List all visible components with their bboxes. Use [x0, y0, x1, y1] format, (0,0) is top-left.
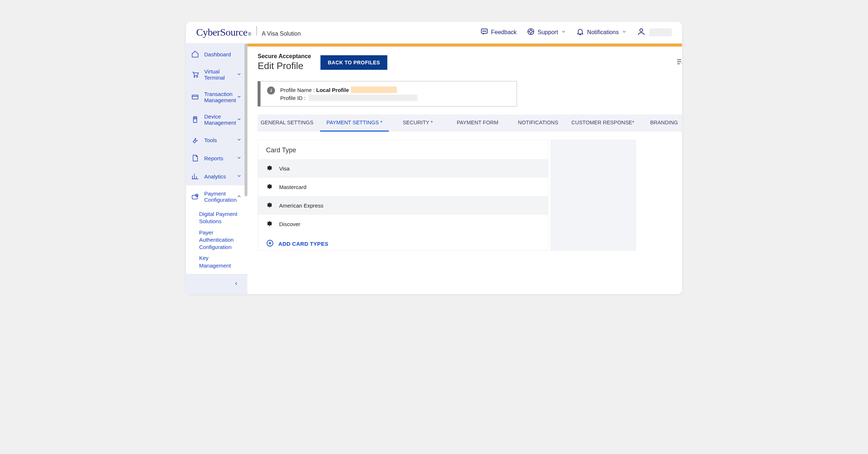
card-row-amex[interactable]: American Express: [258, 196, 548, 215]
sidebar-item-tools[interactable]: Tools: [186, 131, 247, 149]
bar-chart-icon: [191, 172, 199, 180]
chevron-up-icon: [237, 194, 242, 200]
wrench-icon: [191, 136, 199, 144]
device-icon: [191, 116, 199, 124]
back-to-profiles-button[interactable]: BACK TO PROFILES: [320, 55, 387, 70]
card-type-heading: Card Type: [258, 140, 548, 159]
tab-payment-form[interactable]: PAYMENT FORM: [450, 114, 505, 132]
card-label: Discover: [279, 221, 300, 227]
panel-row: Card Type Visa Mastercard American Expre…: [258, 140, 682, 251]
sidebar-item-analytics[interactable]: Analytics: [186, 167, 247, 185]
sidebar-item-virtual-terminal[interactable]: Virtual Terminal: [186, 63, 247, 86]
aside-panel: [550, 140, 636, 251]
add-card-label: ADD CARD TYPES: [278, 241, 328, 247]
card-icon: [191, 93, 199, 101]
gear-icon: [266, 201, 273, 210]
sidebar-item-payment-configuration[interactable]: Payment Configuration: [186, 185, 247, 208]
header: CyberSource® A Visa Solution Feedback Su…: [186, 22, 682, 44]
tab-payment-settings[interactable]: PAYMENT SETTINGS *: [320, 114, 389, 132]
cart-icon: [191, 71, 199, 79]
user-name-redacted: [649, 28, 672, 36]
sidebar-item-reports[interactable]: Reports: [186, 149, 247, 167]
svg-rect-11: [194, 118, 196, 119]
notifications-dropdown[interactable]: Notifications: [576, 28, 627, 37]
svg-point-8: [197, 76, 198, 77]
sidebar-item-label: Virtual Terminal: [204, 68, 237, 81]
chevron-down-icon: [237, 94, 242, 100]
card-label: American Express: [279, 202, 323, 209]
profile-name-highlight: [351, 87, 397, 93]
logo-tagline: A Visa Solution: [262, 31, 301, 37]
info-icon: i: [267, 87, 275, 95]
card-row-discover[interactable]: Discover: [258, 215, 548, 233]
tab-general-settings[interactable]: GENERAL SETTINGS: [258, 114, 320, 132]
sidebar-item-transaction-management[interactable]: Transaction Management: [186, 86, 247, 108]
logo-text: CyberSource: [196, 27, 247, 38]
svg-point-3: [485, 31, 485, 31]
logo-block: CyberSource® A Visa Solution: [196, 26, 301, 38]
profile-name-label: Profile Name :: [280, 87, 315, 93]
sub-item-digital-payment[interactable]: Digital Payment Solutions: [186, 209, 247, 227]
add-card-types-button[interactable]: ADD CARD TYPES: [258, 233, 548, 250]
svg-point-5: [529, 30, 532, 33]
header-actions: Feedback Support Notifications: [480, 27, 672, 37]
chevron-down-icon: [561, 29, 566, 36]
sidebar-item-device-management[interactable]: Device Management: [186, 108, 247, 131]
profile-info-box: i Profile Name : Local Profile Profile I…: [258, 81, 517, 107]
chevron-left-icon: [234, 281, 239, 288]
card-row-mastercard[interactable]: Mastercard: [258, 178, 548, 196]
page-title: Edit Profile: [258, 60, 311, 72]
bell-icon: [576, 28, 584, 37]
svg-rect-9: [192, 95, 198, 99]
support-dropdown[interactable]: Support: [527, 28, 566, 37]
chevron-down-icon: [237, 155, 242, 161]
chevron-down-icon: [237, 72, 242, 78]
app-frame: CyberSource® A Visa Solution Feedback Su…: [186, 22, 682, 294]
sidebar-collapse[interactable]: [186, 274, 247, 294]
sidebar-item-label: Payment Configuration: [204, 190, 237, 203]
tab-customer-response[interactable]: CUSTOMER RESPONSE*: [565, 114, 641, 132]
card-label: Visa: [279, 165, 290, 172]
tab-notifications[interactable]: NOTIFICATIONS: [512, 114, 565, 132]
logo-divider: [257, 26, 257, 36]
chevron-down-icon: [237, 137, 242, 143]
sidebar: Dashboard Virtual Terminal Transaction M…: [186, 44, 247, 294]
sub-item-key-management[interactable]: Key Management: [186, 253, 247, 271]
notifications-label: Notifications: [587, 29, 619, 36]
gear-icon: [266, 183, 273, 191]
svg-point-6: [640, 29, 643, 32]
feedback-label: Feedback: [491, 29, 517, 36]
sub-item-payer-auth[interactable]: Payer Authentication Configuration: [186, 227, 247, 253]
config-icon: [191, 193, 199, 201]
sidebar-item-label: Analytics: [204, 173, 237, 180]
sidebar-item-label: Dashboard: [204, 51, 242, 57]
plus-circle-icon: [266, 239, 274, 248]
svg-point-2: [484, 31, 484, 31]
card-type-panel: Card Type Visa Mastercard American Expre…: [258, 140, 548, 251]
user-icon: [637, 27, 646, 37]
scrollbar[interactable]: [245, 44, 247, 196]
user-menu[interactable]: [637, 27, 672, 37]
nav: Dashboard Virtual Terminal Transaction M…: [186, 44, 247, 274]
sidebar-item-dashboard[interactable]: Dashboard: [186, 45, 247, 63]
profile-name-value: Local Profile: [316, 87, 349, 93]
chevron-down-icon: [237, 117, 242, 123]
sidebar-subnav: Digital Payment Solutions Payer Authenti…: [186, 208, 247, 274]
home-icon: [191, 50, 199, 58]
svg-point-1: [483, 31, 483, 31]
main: Secure Acceptance Edit Profile BACK TO P…: [247, 44, 682, 294]
card-row-visa[interactable]: Visa: [258, 159, 548, 178]
card-label: Mastercard: [279, 184, 306, 190]
checklist-button[interactable]: [676, 58, 682, 67]
svg-point-7: [194, 76, 195, 77]
page-header: Secure Acceptance Edit Profile BACK TO P…: [247, 47, 682, 75]
gear-icon: [266, 220, 273, 228]
accent-bar: [247, 44, 682, 47]
sidebar-item-label: Tools: [204, 137, 237, 143]
profile-id-redacted: [308, 95, 417, 101]
sidebar-item-label: Device Management: [204, 113, 237, 126]
tab-branding[interactable]: BRANDING: [643, 114, 682, 132]
chevron-down-icon: [237, 173, 242, 180]
tab-security[interactable]: SECURITY *: [396, 114, 439, 132]
feedback-link[interactable]: Feedback: [480, 28, 517, 37]
